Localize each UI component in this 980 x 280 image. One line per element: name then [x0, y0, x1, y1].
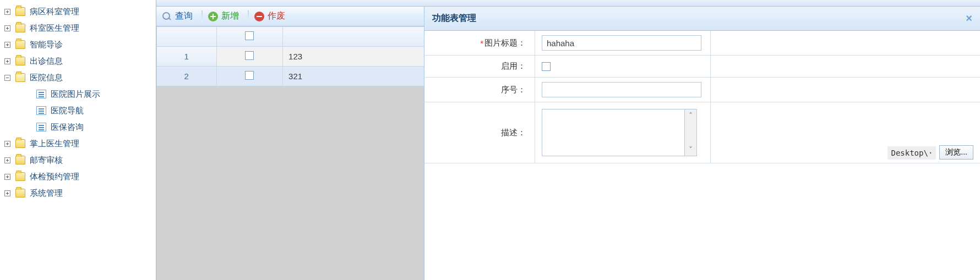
add-button[interactable]: 新增 [208, 10, 239, 22]
close-icon[interactable]: × [966, 12, 972, 25]
chevron-up-icon[interactable]: ˄ [685, 109, 696, 122]
enable-checkbox[interactable] [542, 62, 551, 71]
label-text: 图片标题： [484, 38, 526, 48]
textarea-scrollbar[interactable]: ˄ ˅ [685, 109, 697, 156]
tree-item-label: 病区科室管理 [30, 7, 79, 17]
toolbar-separator [202, 10, 203, 23]
tree-item-label: 医院导航 [51, 106, 84, 116]
header-rownum [157, 27, 217, 47]
folder-icon [15, 40, 25, 49]
right-cell [711, 56, 980, 77]
tree-folder-item[interactable]: 体检预约管理 [0, 168, 156, 185]
modal-titlebar: 功能表管理 × [424, 7, 980, 31]
row-number: 2 [157, 67, 217, 86]
tree-item-label: 体检预约管理 [30, 172, 79, 182]
collapse-icon[interactable] [3, 74, 11, 81]
tree-child-item[interactable]: 医院导航 [0, 102, 156, 119]
input-cell-enable [535, 56, 711, 77]
form-row-image-title: * 图片标题： [424, 31, 980, 56]
right-cell-upload: Desktop\· 浏览... [711, 102, 980, 163]
file-path-hint: Desktop\· [888, 146, 936, 160]
folder-icon [15, 139, 25, 148]
tree-item-label: 医保咨询 [51, 122, 84, 133]
document-icon [36, 123, 46, 131]
tab-strip [156, 0, 980, 7]
form: * 图片标题： 启用： 序号： [424, 31, 980, 280]
tree-folder-item[interactable]: 掌上医生管理 [0, 135, 156, 152]
checkbox-icon[interactable] [245, 51, 254, 60]
sidebar-tree: 病区科室管理科室医生管理智能导诊出诊信息医院信息医院图片展示医院导航医保咨询掌上… [0, 0, 156, 280]
input-cell-image-title [535, 31, 711, 55]
tree-item-label: 出诊信息 [30, 56, 63, 67]
row-checkbox-cell[interactable] [216, 67, 283, 86]
folder-icon [15, 73, 25, 82]
folder-icon [15, 189, 25, 197]
expand-icon[interactable] [3, 57, 11, 65]
minus-icon [254, 12, 264, 21]
folder-icon [15, 156, 25, 164]
tree-folder-item[interactable]: 医院信息 [0, 69, 156, 86]
tree-child-item[interactable]: 医保咨询 [0, 119, 156, 135]
folder-icon [15, 7, 25, 16]
expand-icon[interactable] [3, 41, 11, 48]
plus-icon [208, 12, 218, 21]
tree-folder-item[interactable]: 科室医生管理 [0, 20, 156, 36]
tree-item-label: 医院信息 [30, 73, 63, 83]
void-label: 作废 [268, 10, 285, 22]
modal-panel: 功能表管理 × * 图片标题： 启用： [424, 7, 980, 280]
query-label: 查询 [175, 10, 193, 22]
modal-title: 功能表管理 [432, 13, 476, 24]
tree-item-label: 科室医生管理 [30, 23, 79, 34]
expand-icon[interactable] [3, 24, 11, 32]
tree-folder-item[interactable]: 出诊信息 [0, 53, 156, 69]
search-icon [162, 12, 172, 21]
tree-folder-item[interactable]: 系统管理 [0, 185, 156, 201]
desc-textarea[interactable] [542, 109, 685, 156]
tree-folder-item[interactable]: 智能导诊 [0, 36, 156, 53]
label-desc: 描述： [424, 102, 535, 163]
input-cell-desc: ˄ ˅ [535, 102, 711, 163]
tree-item-label: 掌上医生管理 [30, 139, 79, 149]
expand-icon[interactable] [3, 140, 11, 147]
label-text: 序号： [501, 85, 526, 95]
folder-icon [15, 24, 25, 32]
label-text: 描述： [501, 128, 526, 138]
expand-icon[interactable] [3, 189, 11, 197]
label-text: 启用： [501, 61, 526, 72]
main-area: 查询 新增 作废 图片标题 启用 序号 1123✓1 [156, 0, 980, 280]
chevron-down-icon[interactable]: ˅ [685, 144, 696, 156]
tree-item-label: 智能导诊 [30, 40, 63, 50]
form-row-desc: 描述： ˄ ˅ Desktop\· 浏览... [424, 102, 980, 163]
tree-folder-item[interactable]: 病区科室管理 [0, 3, 156, 20]
tree-child-item[interactable]: 医院图片展示 [0, 86, 156, 102]
form-row-seq: 序号： [424, 78, 980, 102]
right-cell [711, 31, 980, 55]
row-checkbox-cell[interactable] [216, 47, 283, 67]
row-number: 1 [157, 47, 217, 67]
image-title-input[interactable] [542, 35, 701, 51]
expand-icon[interactable] [3, 173, 11, 180]
header-checkbox[interactable] [216, 27, 283, 47]
form-row-enable: 启用： [424, 56, 980, 78]
add-label: 新增 [221, 10, 239, 22]
query-button[interactable]: 查询 [162, 10, 193, 22]
tree-item-label: 医院图片展示 [51, 89, 100, 100]
label-seq: 序号： [424, 78, 535, 102]
folder-icon [15, 57, 25, 65]
checkbox-icon[interactable] [245, 71, 254, 80]
label-image-title: * 图片标题： [424, 31, 535, 55]
required-mark: * [480, 39, 483, 48]
document-icon [36, 106, 46, 115]
browse-button[interactable]: 浏览... [939, 145, 973, 160]
expand-icon[interactable] [3, 156, 11, 164]
tree-folder-item[interactable]: 邮寄审核 [0, 152, 156, 168]
tree-item-label: 邮寄审核 [30, 155, 63, 166]
input-cell-seq [535, 78, 711, 102]
label-enable: 启用： [424, 56, 535, 77]
seq-input[interactable] [542, 82, 701, 97]
expand-icon[interactable] [3, 8, 11, 15]
checkbox-icon[interactable] [245, 31, 254, 40]
void-button[interactable]: 作废 [254, 10, 285, 22]
folder-icon [15, 172, 25, 181]
tree-item-label: 系统管理 [30, 188, 63, 199]
